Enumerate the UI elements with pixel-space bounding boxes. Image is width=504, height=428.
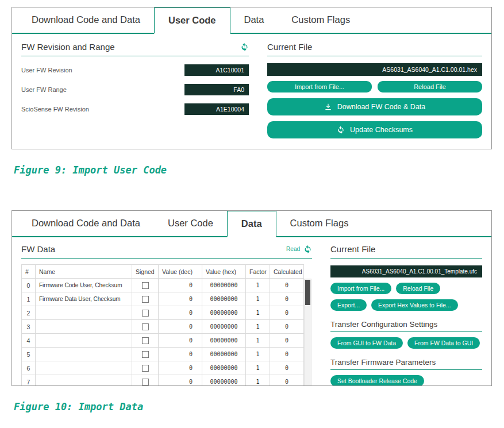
row-value-hex: 00000000: [202, 306, 246, 320]
row-calculated: 0: [270, 334, 304, 348]
row-value-dec: 0: [159, 334, 202, 348]
firmware-params-button-row: Set Bootloader Release Code: [330, 375, 482, 385]
row-value-hex: 00000000: [202, 279, 246, 292]
download-icon: [324, 103, 332, 111]
export-button[interactable]: Export...: [330, 299, 367, 311]
signed-checkbox[interactable]: [142, 310, 149, 317]
data-panel: Download Code and Data User Code Data Cu…: [11, 210, 492, 386]
user-fw-range-field[interactable]: FA0: [184, 84, 249, 95]
data-right-section: Current File AS6031_AS6040_A1.C1.00.01_T…: [330, 244, 482, 385]
row-value-hex: 00000000: [202, 361, 246, 375]
signed-checkbox[interactable]: [142, 365, 149, 372]
set-bootloader-release-code-button[interactable]: Set Bootloader Release Code: [330, 375, 424, 385]
row-index: 7: [22, 375, 36, 386]
export-button-row: Export... Export Hex Values to File...: [330, 299, 482, 311]
transfer-config-button-row: From GUI to FW Data From FW Data to GUI: [330, 337, 482, 349]
field-label: ScioSense FW Revision: [21, 106, 89, 113]
read-label: Read: [286, 246, 300, 252]
update-checksums-button[interactable]: Update Checksums: [267, 121, 482, 138]
row-factor: 1: [246, 279, 270, 292]
download-fw-code-button[interactable]: Download FW Code & Data: [267, 98, 482, 115]
signed-checkbox[interactable]: [142, 351, 149, 358]
row-index: 5: [22, 348, 36, 361]
fw-revision-section-header: FW Revision and Range: [21, 42, 249, 56]
table-row: 3 0 00000000 1 0: [22, 320, 304, 334]
current-file-section-header: Current File: [267, 42, 482, 56]
refresh-icon[interactable]: [240, 43, 249, 51]
row-calculated: 0: [270, 361, 304, 375]
col-header-value-dec: Value (dec): [159, 265, 202, 279]
row-index: 6: [22, 361, 36, 375]
row-name: [36, 375, 132, 386]
signed-checkbox[interactable]: [142, 323, 149, 330]
row-signed-cell: [132, 292, 159, 306]
file-button-row: Import from File... Reload File: [330, 283, 482, 294]
transfer-configuration-settings-title: Transfer Configuration Settings: [330, 320, 482, 332]
import-from-file-button[interactable]: Import from File...: [330, 283, 391, 294]
current-file-display: AS6031_AS6040_A1.C1.00.01_Template.ufc: [330, 265, 482, 277]
sciosense-fw-revision-field[interactable]: A1E10004: [184, 103, 249, 115]
section-title: FW Revision and Range: [21, 42, 115, 52]
field-row: ScioSense FW Revision A1E10004: [21, 103, 249, 115]
import-from-file-button[interactable]: Import from File...: [267, 81, 372, 92]
col-header-calculated: Calculated: [270, 265, 304, 279]
row-value-hex: 00000000: [202, 334, 246, 348]
signed-checkbox[interactable]: [142, 282, 149, 289]
row-name: [36, 361, 132, 375]
table-header-row: # Name Signed Value (dec) Value (hex) Fa…: [22, 265, 304, 279]
tab-data[interactable]: Data: [230, 7, 278, 33]
reload-file-button[interactable]: Reload File: [396, 283, 440, 294]
current-file-display: AS6031_AS6040_A1.C1.00.01.hex: [267, 63, 482, 76]
row-factor: 1: [246, 375, 270, 386]
row-value-dec: 0: [159, 348, 202, 361]
tab-user-code[interactable]: User Code: [154, 7, 230, 34]
export-hex-values-button[interactable]: Export Hex Values to File...: [371, 299, 457, 311]
tab-data[interactable]: Data: [227, 211, 276, 237]
row-name: Firmware Data User, Checksum: [36, 292, 132, 306]
section-title: FW Data: [21, 244, 55, 254]
row-value-hex: 00000000: [202, 348, 246, 361]
row-name: [36, 334, 132, 348]
row-value-dec: 0: [159, 279, 202, 292]
tab-custom-flags[interactable]: Custom Flags: [276, 211, 363, 236]
reload-file-button[interactable]: Reload File: [378, 81, 482, 92]
row-signed-cell: [132, 361, 159, 375]
field-label: User FW Range: [21, 86, 67, 93]
col-header-signed: Signed: [132, 265, 159, 279]
user-fw-revision-field[interactable]: A1C10001: [184, 64, 249, 76]
signed-checkbox[interactable]: [142, 296, 149, 303]
tab-bar: Download Code and Data User Code Data Cu…: [12, 211, 491, 237]
row-signed-cell: [132, 320, 159, 334]
tab-custom-flags[interactable]: Custom Flags: [278, 7, 364, 33]
row-value-dec: 0: [159, 320, 202, 334]
tab-user-code[interactable]: User Code: [154, 211, 227, 236]
table-row: 7 0 00000000 1 0: [22, 375, 304, 386]
table-row: 1 Firmware Data User, Checksum 0 0000000…: [22, 292, 304, 306]
refresh-icon: [337, 126, 345, 134]
table-row: 2 0 00000000 1 0: [22, 306, 304, 320]
tab-download-code-and-data[interactable]: Download Code and Data: [18, 7, 154, 33]
col-header-value-hex: Value (hex): [202, 265, 246, 279]
row-value-dec: 0: [159, 292, 202, 306]
tab-bar: Download Code and Data User Code Data Cu…: [12, 7, 491, 34]
from-fw-data-to-gui-button[interactable]: From FW Data to GUI: [407, 337, 480, 349]
refresh-icon[interactable]: [303, 245, 312, 253]
row-index: 3: [22, 320, 36, 334]
signed-checkbox[interactable]: [142, 379, 149, 385]
row-index: 1: [22, 292, 36, 306]
table-row: 6 0 00000000 1 0: [22, 361, 304, 375]
update-checksums-label: Update Checksums: [350, 126, 413, 134]
section-title: Current File: [330, 244, 375, 254]
signed-checkbox[interactable]: [142, 337, 149, 344]
row-factor: 1: [246, 292, 270, 306]
user-code-panel: Download Code and Data User Code Data Cu…: [11, 7, 492, 149]
fw-revision-section: FW Revision and Range User FW Revision A…: [21, 42, 249, 138]
table-scrollbar[interactable]: [304, 279, 311, 385]
table-row: 5 0 00000000 1 0: [22, 348, 304, 361]
row-name: Firmware Code User, Checksum: [36, 279, 132, 292]
from-gui-to-fw-data-button[interactable]: From GUI to FW Data: [330, 337, 403, 349]
col-header-factor: Factor: [246, 265, 270, 279]
tab-download-code-and-data[interactable]: Download Code and Data: [18, 211, 154, 236]
scrollbar-thumb[interactable]: [305, 280, 310, 305]
file-button-row: Import from File... Reload File: [267, 81, 482, 92]
